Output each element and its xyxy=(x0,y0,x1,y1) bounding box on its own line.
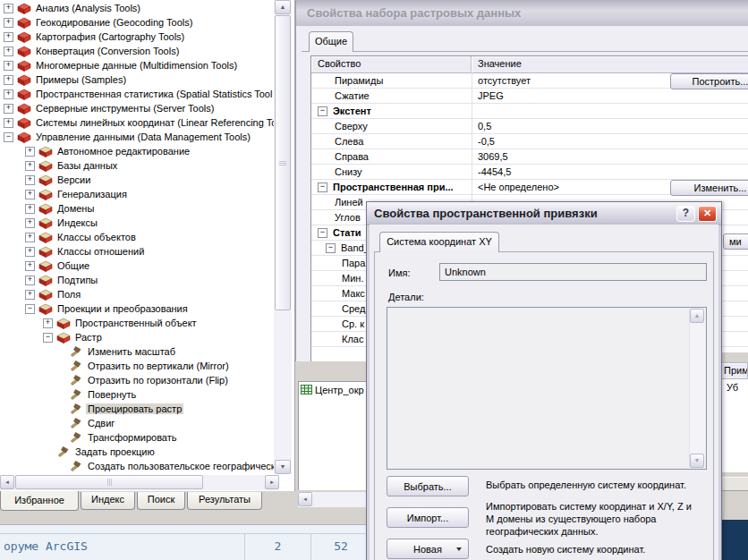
tree-item[interactable]: Отразить по вертикали (Mirror) xyxy=(0,359,274,373)
property-row[interactable]: Сверху 0,5 xyxy=(311,119,748,134)
tab-search[interactable]: Поиск xyxy=(137,492,185,510)
scrollbar-thumb[interactable] xyxy=(275,15,291,310)
row-action-button[interactable]: ми xyxy=(723,233,748,250)
tab-results[interactable]: Результаты xyxy=(187,492,262,510)
catalog-column-header[interactable]: Прим xyxy=(721,362,748,379)
column-header-property[interactable]: Свойство xyxy=(311,56,472,72)
tree-item[interactable]: Проецировать растр xyxy=(0,402,274,416)
tree-expander[interactable]: + xyxy=(25,175,35,185)
tree-item[interactable]: Изменить масштаб xyxy=(0,344,274,359)
tree-item[interactable]: + xyxy=(0,273,274,287)
property-row[interactable]: Сжатие JPEG xyxy=(311,89,748,104)
tree-item[interactable]: − xyxy=(0,130,274,144)
tree-expander[interactable]: + xyxy=(25,218,35,228)
tree-expander[interactable]: + xyxy=(43,318,53,328)
tab-general[interactable]: Общие xyxy=(309,31,353,52)
tree-item[interactable]: + xyxy=(0,201,274,216)
tree-expander[interactable]: + xyxy=(25,276,35,285)
collapse-icon[interactable] xyxy=(318,182,327,192)
property-row[interactable]: Пространственная при... <Не определено> … xyxy=(311,180,748,195)
tree-expander[interactable]: + xyxy=(25,204,35,214)
tree-item[interactable]: + xyxy=(0,144,274,158)
raster-dialog-titlebar[interactable]: Свойства набора растровых данных xyxy=(296,0,748,26)
tree-expander[interactable]: + xyxy=(25,233,35,242)
tree-item[interactable]: + xyxy=(0,1,274,15)
row-action-button[interactable]: Построить... xyxy=(670,73,748,89)
tree-item[interactable]: + xyxy=(0,173,274,187)
tab-xy-coordinate-system[interactable]: Система координат XY xyxy=(379,232,499,252)
scroll-up-icon[interactable]: ▲ xyxy=(690,309,704,323)
tree-expander[interactable]: + xyxy=(4,89,13,99)
tab-index[interactable]: Индекс xyxy=(81,492,135,510)
tree-item[interactable]: Отразить по горизонтали (Flip) xyxy=(0,373,274,387)
tree-item[interactable]: + xyxy=(0,58,274,72)
tree-expander[interactable]: + xyxy=(4,47,13,56)
column-header-value[interactable]: Значение xyxy=(472,56,748,72)
scrollbar-thumb[interactable] xyxy=(15,475,203,489)
details-scrollbar[interactable]: ▲ ▼ xyxy=(689,309,705,468)
new-button[interactable]: Новая xyxy=(387,539,469,559)
tree-expander[interactable]: − xyxy=(43,333,53,343)
scroll-down-icon[interactable]: ▼ xyxy=(275,460,291,474)
catalog-horizontal-scrollbar[interactable]: ◂ xyxy=(298,492,366,507)
property-row[interactable]: Снизу -4454,5 xyxy=(311,165,748,180)
tree-expander[interactable]: + xyxy=(4,32,13,42)
help-button[interactable]: ? xyxy=(676,206,695,222)
collapse-icon[interactable] xyxy=(318,228,327,238)
tree-horizontal-scrollbar[interactable]: ◂ ▸ xyxy=(0,475,279,490)
tree-item[interactable]: − xyxy=(0,301,274,316)
tree-expander[interactable]: + xyxy=(4,104,13,114)
tree-item[interactable]: + xyxy=(0,216,274,230)
collapse-icon[interactable] xyxy=(326,243,336,253)
modal-titlebar[interactable]: Свойства пространственной привязки xyxy=(367,202,721,225)
tab-favorites[interactable]: Избранное xyxy=(0,491,79,511)
property-row[interactable]: Слева -0,5 xyxy=(311,134,748,149)
tree-expander[interactable]: + xyxy=(4,4,13,13)
tree-expander[interactable]: − xyxy=(25,304,35,314)
tree-item[interactable]: + xyxy=(0,158,274,173)
tree-expander[interactable]: − xyxy=(4,132,13,142)
tree-expander[interactable]: + xyxy=(4,118,13,128)
property-row[interactable]: Экстент xyxy=(311,104,748,119)
tree-item[interactable]: + xyxy=(0,72,274,87)
tree-expander[interactable]: + xyxy=(25,161,35,171)
tree-item[interactable]: Задать проекцию xyxy=(0,445,274,459)
tree-item[interactable]: + xyxy=(0,287,274,301)
tree-item[interactable]: + xyxy=(0,44,274,58)
scroll-up-icon[interactable]: ▲ xyxy=(275,0,291,14)
property-row[interactable]: Пирамиды отсутствует Построить... xyxy=(311,73,748,89)
tree-vertical-scrollbar[interactable]: ▲ ▼ xyxy=(274,0,292,474)
import-button[interactable]: Импорт... xyxy=(387,507,469,528)
tree-expander[interactable]: + xyxy=(4,61,13,71)
tree-expander[interactable]: + xyxy=(25,290,35,300)
details-textarea[interactable]: ▲ ▼ xyxy=(387,307,707,470)
tree-expander[interactable]: + xyxy=(25,261,35,271)
tree-item[interactable]: + xyxy=(0,244,274,259)
tree-item[interactable]: + xyxy=(0,259,274,273)
row-action-button[interactable]: Изменить... xyxy=(670,180,748,196)
select-button[interactable]: Выбрать... xyxy=(387,476,469,496)
scroll-down-icon[interactable]: ▼ xyxy=(690,454,704,468)
scroll-left-icon[interactable]: ◂ xyxy=(298,492,312,506)
tree-item[interactable]: Повернуть xyxy=(0,387,274,402)
property-row[interactable]: Справа 3069,5 xyxy=(311,149,748,165)
tree-item[interactable]: + xyxy=(0,15,274,30)
catalog-scrollbar-fragment[interactable] xyxy=(721,477,748,491)
forum-link-text[interactable]: оруме ArcGIS xyxy=(4,539,88,553)
tree-item[interactable]: + xyxy=(0,316,274,330)
tree-item[interactable]: + xyxy=(0,87,274,101)
tree-item[interactable]: Создать пользовательское географическое xyxy=(0,459,274,473)
scroll-right-icon[interactable]: ▸ xyxy=(265,475,279,489)
tree-item[interactable]: + xyxy=(0,101,274,115)
tree-expander[interactable]: + xyxy=(25,247,35,257)
tree-item[interactable]: + xyxy=(0,230,274,244)
tree-item[interactable]: − xyxy=(0,330,274,344)
scroll-left-icon[interactable]: ◂ xyxy=(0,475,14,489)
collapse-icon[interactable] xyxy=(318,106,327,116)
name-field[interactable]: Unknown xyxy=(439,263,707,281)
tree-item[interactable]: + xyxy=(0,30,274,44)
tree-expander[interactable]: + xyxy=(25,147,35,157)
tree-expander[interactable]: + xyxy=(4,75,13,85)
close-button[interactable]: ✕ xyxy=(698,206,717,222)
tree-item[interactable]: Сдвиг xyxy=(0,416,274,430)
